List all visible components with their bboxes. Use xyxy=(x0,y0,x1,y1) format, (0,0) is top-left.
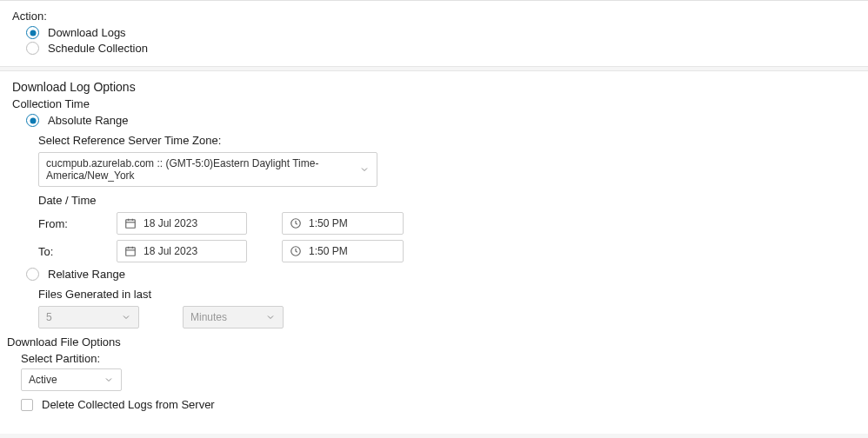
from-time-input[interactable]: 1:50 PM xyxy=(282,212,404,235)
chevron-down-icon xyxy=(103,375,114,385)
to-date-value: 18 Jul 2023 xyxy=(144,245,197,257)
chevron-down-icon xyxy=(359,164,370,175)
to-date-input[interactable]: 18 Jul 2023 xyxy=(117,240,247,262)
files-number-select: 5 xyxy=(38,306,139,328)
radio-absolute-range[interactable]: Absolute Range xyxy=(26,114,856,127)
checkbox-icon xyxy=(21,399,33,411)
radio-icon xyxy=(26,42,39,55)
download-file-options-title: Download File Options xyxy=(7,335,856,348)
to-label: To: xyxy=(38,245,77,258)
partition-select[interactable]: Active xyxy=(21,368,122,391)
calendar-icon xyxy=(124,245,137,257)
radio-icon xyxy=(26,26,39,39)
radio-label: Relative Range xyxy=(48,268,125,281)
action-label: Action: xyxy=(12,10,856,23)
radio-relative-range[interactable]: Relative Range xyxy=(26,268,856,281)
radio-label: Download Logs xyxy=(48,26,126,39)
footer-bar: Download xyxy=(0,434,868,438)
radio-label: Schedule Collection xyxy=(48,42,148,55)
to-time-value: 1:50 PM xyxy=(309,245,348,257)
clock-icon xyxy=(290,245,302,257)
delete-logs-label: Delete Collected Logs from Server xyxy=(42,398,215,411)
radio-icon xyxy=(26,114,39,127)
calendar-icon xyxy=(124,217,137,229)
radio-download-logs[interactable]: Download Logs xyxy=(26,26,856,39)
timezone-select[interactable]: cucmpub.azurelab.com :: (GMT-5:0)Eastern… xyxy=(38,152,377,187)
chevron-down-icon xyxy=(265,312,276,322)
from-time-value: 1:50 PM xyxy=(309,217,348,229)
partition-value: Active xyxy=(29,374,57,386)
radio-icon xyxy=(26,268,39,281)
datetime-label: Date / Time xyxy=(38,194,856,207)
radio-schedule-collection[interactable]: Schedule Collection xyxy=(26,42,856,55)
clock-icon xyxy=(290,217,302,229)
files-generated-label: Files Generated in last xyxy=(38,288,856,301)
delete-logs-checkbox-row[interactable]: Delete Collected Logs from Server xyxy=(21,398,856,411)
from-date-value: 18 Jul 2023 xyxy=(144,217,197,229)
partition-label: Select Partition: xyxy=(21,352,856,365)
svg-rect-0 xyxy=(126,220,136,228)
download-log-options-title: Download Log Options xyxy=(12,80,856,94)
from-date-input[interactable]: 18 Jul 2023 xyxy=(117,212,247,235)
from-label: From: xyxy=(38,217,77,230)
collection-time-label: Collection Time xyxy=(12,97,856,110)
radio-label: Absolute Range xyxy=(48,114,129,127)
files-unit-select: Minutes xyxy=(183,306,284,328)
timezone-label: Select Reference Server Time Zone: xyxy=(38,134,856,147)
to-time-input[interactable]: 1:50 PM xyxy=(282,240,404,262)
files-unit-value: Minutes xyxy=(190,311,227,323)
files-number-value: 5 xyxy=(46,311,52,323)
timezone-value: cucmpub.azurelab.com :: (GMT-5:0)Eastern… xyxy=(46,157,359,182)
svg-rect-5 xyxy=(126,248,136,256)
chevron-down-icon xyxy=(121,312,131,322)
